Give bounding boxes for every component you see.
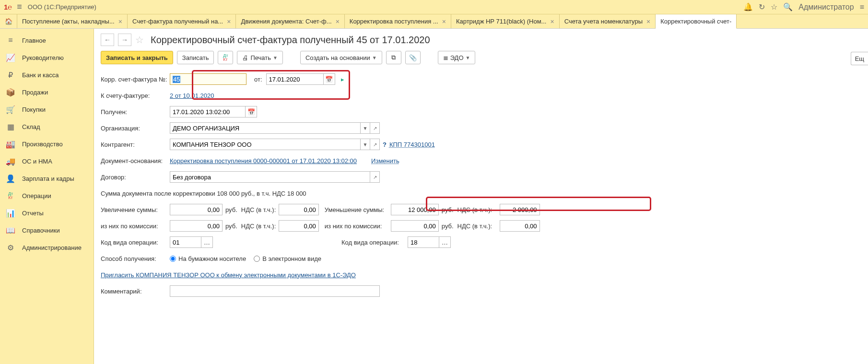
- close-icon[interactable]: ×: [118, 18, 122, 25]
- help-icon[interactable]: ?: [383, 141, 387, 148]
- comm-dec-vat-input[interactable]: [500, 220, 540, 232]
- dropdown-button[interactable]: ▼: [361, 122, 370, 134]
- company-name: ООО (1С:Предприятие): [28, 3, 96, 11]
- open-button[interactable]: ↗: [370, 171, 380, 183]
- close-icon[interactable]: ×: [550, 18, 554, 25]
- star-icon[interactable]: ☆: [771, 2, 777, 12]
- tab-0[interactable]: Поступление (акты, накладны...×: [17, 14, 128, 28]
- gear-icon: ⚙: [6, 243, 15, 252]
- print-button[interactable]: 🖨Печать▼: [237, 51, 283, 64]
- invite-link[interactable]: Пригласить КОМПАНИЯ ТЕНЗОР ООО к обмену …: [101, 271, 356, 279]
- close-icon[interactable]: ×: [646, 18, 650, 25]
- sidebar-item-purchases[interactable]: 🛒Покупки: [0, 101, 94, 118]
- logo-1c: 1℮: [4, 3, 12, 11]
- tab-1[interactable]: Счет-фактура полученный на...×: [128, 14, 236, 28]
- close-icon[interactable]: ×: [336, 18, 340, 25]
- comm-inc-vat-input[interactable]: [279, 220, 319, 232]
- sidebar-item-operations[interactable]: ДтКтОперации: [0, 187, 94, 204]
- dtkt-button[interactable]: ДтКт: [218, 51, 233, 64]
- tabs-bar: 🏠 Поступление (акты, накладны...× Счет-ф…: [0, 14, 868, 29]
- edo-button[interactable]: ≣ЭДО▼: [438, 51, 476, 64]
- attach-button[interactable]: 📎: [405, 51, 421, 64]
- kpp-link[interactable]: КПП 774301001: [389, 141, 435, 148]
- save-button[interactable]: Записать: [177, 51, 214, 64]
- from-label: от:: [254, 76, 262, 83]
- sidebar-item-admin[interactable]: ⚙Администрирование: [0, 239, 94, 256]
- sidebar-item-reports[interactable]: 📊Отчеты: [0, 204, 94, 222]
- number-label: Корр. счет-фактура №:: [101, 76, 170, 83]
- increase-vat-input[interactable]: [279, 204, 319, 215]
- opcode2-input[interactable]: [408, 236, 439, 248]
- counterparty-input[interactable]: [170, 139, 361, 150]
- ruble-icon: ₽: [6, 70, 15, 80]
- save-close-button[interactable]: Записать и закрыть: [101, 51, 173, 64]
- more-button[interactable]: Ещ: [851, 52, 868, 65]
- rub-label: руб.: [442, 206, 454, 213]
- vat-label: НДС (в т.ч.):: [457, 206, 500, 213]
- ellipsis-button[interactable]: …: [439, 236, 451, 248]
- history-icon[interactable]: ↻: [759, 2, 765, 12]
- from-date-input[interactable]: [266, 73, 324, 85]
- sidebar-item-main[interactable]: ≡Главное: [0, 32, 94, 49]
- vat-label: НДС (в т.ч.):: [457, 223, 500, 230]
- grid-icon: ▦: [6, 122, 15, 131]
- home-tab[interactable]: 🏠: [0, 14, 17, 28]
- dtkt-icon: ДтКт: [6, 192, 15, 200]
- close-icon[interactable]: ×: [227, 18, 231, 25]
- forward-button[interactable]: →: [118, 34, 131, 46]
- sidebar-item-manager[interactable]: 📈Руководителю: [0, 49, 94, 66]
- settings-icon[interactable]: ≡: [860, 3, 864, 12]
- sidebar-item-reference[interactable]: 📖Справочники: [0, 222, 94, 239]
- vat-label: НДС (в т.ч.):: [241, 206, 279, 213]
- ellipsis-button[interactable]: …: [201, 236, 213, 248]
- sidebar-item-salary[interactable]: 👤Зарплата и кадры: [0, 170, 94, 187]
- edo-icon: ≣: [443, 54, 448, 61]
- favorite-button[interactable]: ☆: [135, 34, 144, 46]
- copy-button[interactable]: ⧉: [386, 51, 401, 64]
- tab-5[interactable]: Счета учета номенклатуры×: [560, 14, 656, 28]
- sidebar-item-warehouse[interactable]: ▦Склад: [0, 118, 94, 135]
- toolbar: Записать и закрыть Записать ДтКт 🖨Печать…: [101, 51, 861, 64]
- radio-electronic[interactable]: В электронном виде: [254, 255, 321, 262]
- tab-4[interactable]: Картридж HP 711(black) (Ном...×: [451, 14, 560, 28]
- close-icon[interactable]: ×: [442, 18, 446, 25]
- radio-paper[interactable]: На бумажном носителе: [170, 255, 246, 262]
- opcode1-input[interactable]: [170, 236, 201, 248]
- open-button[interactable]: ↗: [370, 139, 380, 150]
- received-input[interactable]: [170, 106, 246, 117]
- open-button[interactable]: ↗: [370, 122, 380, 134]
- comm-inc-input[interactable]: [170, 220, 223, 232]
- factory-icon: 🏭: [6, 140, 15, 149]
- org-input[interactable]: [170, 122, 361, 134]
- create-based-button[interactable]: Создать на основании▼: [300, 51, 382, 64]
- decrease-vat-input[interactable]: [500, 204, 540, 215]
- search-icon[interactable]: 🔍: [783, 2, 793, 12]
- change-link[interactable]: Изменить: [371, 157, 399, 164]
- comm-dec-input[interactable]: [391, 220, 439, 232]
- rub-label: руб.: [225, 206, 237, 213]
- check-icon[interactable]: ▸: [341, 76, 344, 83]
- tab-6[interactable]: Корректировочный счет-: [656, 14, 737, 29]
- header-right: 🔔 ↻ ☆ 🔍 Администратор ≡: [743, 2, 864, 12]
- calendar-button[interactable]: 📅: [324, 73, 335, 85]
- number-input[interactable]: 45: [170, 73, 246, 85]
- bell-icon[interactable]: 🔔: [743, 2, 753, 12]
- comment-input[interactable]: [170, 285, 380, 297]
- sidebar-item-bank[interactable]: ₽Банк и касса: [0, 66, 94, 83]
- sidebar-item-production[interactable]: 🏭Производство: [0, 135, 94, 153]
- decrease-input[interactable]: [391, 204, 439, 215]
- sidebar-item-os[interactable]: 🚚ОС и НМА: [0, 153, 94, 170]
- basis-link[interactable]: Корректировка поступления 0000-000001 от…: [170, 157, 357, 164]
- user-name[interactable]: Администратор: [798, 3, 854, 12]
- sidebar-item-sales[interactable]: 📦Продажи: [0, 83, 94, 101]
- calendar-button[interactable]: 📅: [246, 106, 257, 117]
- rub-label: руб.: [225, 223, 237, 230]
- to-invoice-link[interactable]: 2 от 10.01.2020: [170, 92, 214, 99]
- increase-input[interactable]: [170, 204, 223, 215]
- dropdown-button[interactable]: ▼: [361, 139, 370, 150]
- contract-input[interactable]: [170, 171, 370, 183]
- back-button[interactable]: ←: [101, 34, 114, 46]
- tab-2[interactable]: Движения документа: Счет-ф...×: [236, 14, 344, 28]
- tab-3[interactable]: Корректировка поступления ...×: [345, 14, 451, 28]
- menu-icon[interactable]: ≡: [17, 2, 22, 12]
